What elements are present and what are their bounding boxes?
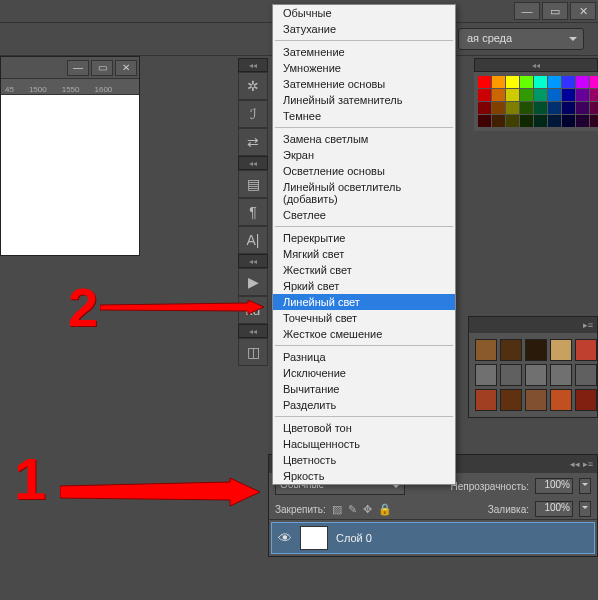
color-swatch[interactable] (506, 115, 519, 127)
opacity-slider-toggle[interactable] (579, 478, 591, 494)
panel-expand-handle[interactable] (238, 254, 268, 268)
blend-mode-option[interactable]: Линейный осветлитель (добавить) (273, 179, 455, 207)
blend-mode-option[interactable]: Вычитание (273, 381, 455, 397)
lock-transparency-icon[interactable]: ▨ (332, 503, 342, 516)
style-swatch[interactable] (475, 364, 497, 386)
blend-mode-option[interactable]: Насыщенность (273, 436, 455, 452)
blend-mode-option[interactable]: Цветовой тон (273, 420, 455, 436)
blend-mode-option[interactable]: Разделить (273, 397, 455, 413)
blend-mode-option[interactable]: Умножение (273, 60, 455, 76)
style-swatch[interactable] (550, 339, 572, 361)
color-swatch[interactable] (576, 89, 589, 101)
blend-mode-option[interactable]: Яркость (273, 468, 455, 484)
blend-mode-option[interactable]: Обычные (273, 5, 455, 21)
visibility-eye-icon[interactable]: 👁 (278, 530, 292, 546)
color-swatch[interactable] (548, 115, 561, 127)
blend-mode-option[interactable]: Замена светлым (273, 131, 455, 147)
style-swatch[interactable] (525, 339, 547, 361)
blend-mode-option[interactable]: Затухание (273, 21, 455, 37)
workspace-switcher[interactable]: ая среда (458, 28, 584, 50)
color-swatch[interactable] (506, 102, 519, 114)
opacity-input[interactable]: 100% (535, 478, 573, 494)
layers-mini-icon[interactable]: ◫ (238, 338, 268, 366)
color-swatch[interactable] (576, 102, 589, 114)
blend-mode-option[interactable]: Мягкий свет (273, 246, 455, 262)
character-icon[interactable]: A| (238, 226, 268, 254)
color-swatch[interactable] (534, 89, 547, 101)
blend-mode-option[interactable]: Перекрытие (273, 230, 455, 246)
color-swatch[interactable] (590, 102, 598, 114)
properties-icon[interactable]: ▤ (238, 170, 268, 198)
lock-pixels-icon[interactable]: ✎ (348, 503, 357, 516)
blend-mode-option[interactable]: Затемнение (273, 44, 455, 60)
color-swatch[interactable] (562, 76, 575, 88)
color-swatch[interactable] (590, 89, 598, 101)
color-swatch[interactable] (576, 115, 589, 127)
style-swatch[interactable] (575, 339, 597, 361)
style-swatch[interactable] (550, 364, 572, 386)
color-swatch[interactable] (492, 89, 505, 101)
canvas[interactable] (1, 95, 139, 255)
swatches-handle[interactable] (474, 58, 598, 72)
panel-expand-handle[interactable] (238, 58, 268, 72)
blend-mode-option[interactable]: Осветление основы (273, 163, 455, 179)
close-button[interactable]: ✕ (570, 2, 596, 20)
navigator-icon[interactable]: ✲ (238, 72, 268, 100)
fill-slider-toggle[interactable] (579, 501, 591, 517)
panel-expand-handle[interactable] (238, 324, 268, 338)
color-swatch[interactable] (562, 102, 575, 114)
color-swatch[interactable] (478, 76, 491, 88)
blend-mode-option[interactable]: Исключение (273, 365, 455, 381)
color-swatch[interactable] (520, 89, 533, 101)
color-swatch[interactable] (506, 76, 519, 88)
blend-mode-option[interactable]: Затемнение основы (273, 76, 455, 92)
color-swatch[interactable] (534, 76, 547, 88)
color-swatch[interactable] (534, 102, 547, 114)
doc-minimize-button[interactable]: — (67, 60, 89, 76)
color-swatch[interactable] (492, 102, 505, 114)
color-swatch[interactable] (520, 102, 533, 114)
brushes-icon[interactable]: ℐ (238, 100, 268, 128)
blend-mode-option[interactable]: Цветность (273, 452, 455, 468)
blend-mode-option[interactable]: Жесткое смешение (273, 326, 455, 342)
blend-mode-option[interactable]: Яркий свет (273, 278, 455, 294)
minimize-button[interactable]: — (514, 2, 540, 20)
doc-maximize-button[interactable]: ▭ (91, 60, 113, 76)
color-swatch[interactable] (576, 76, 589, 88)
layer-row[interactable]: 👁 Слой 0 (271, 522, 595, 554)
color-swatch[interactable] (492, 115, 505, 127)
color-swatch[interactable] (590, 76, 598, 88)
layer-thumbnail[interactable] (300, 526, 328, 550)
style-swatch[interactable] (475, 389, 497, 411)
blend-mode-option[interactable]: Линейный свет (273, 294, 455, 310)
color-swatch[interactable] (506, 89, 519, 101)
style-swatch[interactable] (500, 389, 522, 411)
panel-expand-handle[interactable] (238, 156, 268, 170)
style-swatch[interactable] (500, 339, 522, 361)
color-swatch[interactable] (562, 115, 575, 127)
paragraph-icon[interactable]: ¶ (238, 198, 268, 226)
color-swatch[interactable] (548, 89, 561, 101)
styles-menu-button[interactable] (469, 317, 597, 333)
blend-mode-option[interactable]: Светлее (273, 207, 455, 223)
color-swatch[interactable] (534, 115, 547, 127)
blend-mode-option[interactable]: Темнее (273, 108, 455, 124)
swap-icon[interactable]: ⇄ (238, 128, 268, 156)
style-swatch[interactable] (500, 364, 522, 386)
doc-close-button[interactable]: ✕ (115, 60, 137, 76)
actions-icon[interactable]: ▶ (238, 268, 268, 296)
color-swatch[interactable] (548, 102, 561, 114)
color-swatch[interactable] (520, 115, 533, 127)
blend-mode-option[interactable]: Разница (273, 349, 455, 365)
blend-mode-option[interactable]: Жесткий свет (273, 262, 455, 278)
color-swatch[interactable] (562, 89, 575, 101)
color-swatch[interactable] (478, 102, 491, 114)
style-swatch[interactable] (575, 389, 597, 411)
style-swatch[interactable] (575, 364, 597, 386)
style-swatch[interactable] (550, 389, 572, 411)
color-swatch[interactable] (520, 76, 533, 88)
fill-input[interactable]: 100% (535, 501, 573, 517)
color-swatch[interactable] (590, 115, 598, 127)
lock-position-icon[interactable]: ✥ (363, 503, 372, 516)
color-swatch[interactable] (478, 115, 491, 127)
